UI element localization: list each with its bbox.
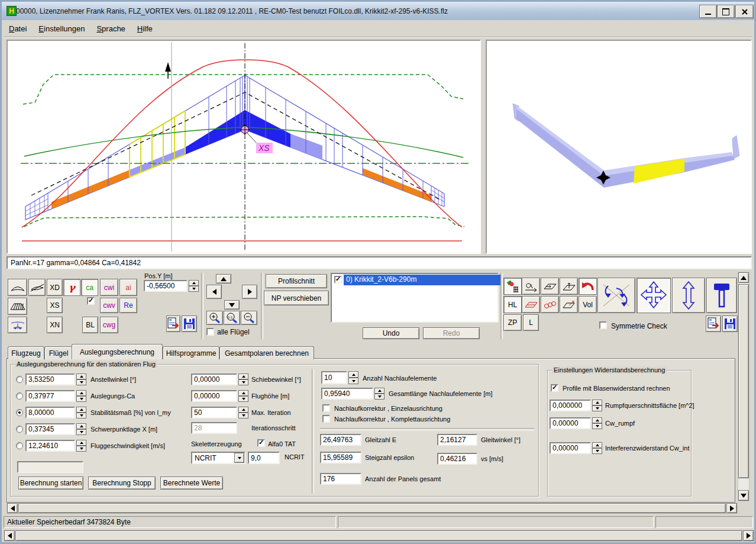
menu-sprache[interactable]: Sprache — [92, 22, 130, 35]
cwg-button[interactable]: cwg — [100, 317, 118, 333]
spring-red-button[interactable] — [541, 296, 559, 313]
tab-hilfsprogramme[interactable]: Hilfsprogramme — [163, 346, 219, 359]
hscroll-left-button[interactable] — [7, 503, 18, 513]
save-button-2[interactable] — [722, 316, 738, 332]
radio-fluggeschwindigkeit[interactable] — [16, 442, 23, 449]
radio-schwerpunktlage[interactable] — [16, 426, 23, 433]
sheet-red-button[interactable] — [522, 296, 540, 313]
auslegungs-ca-input[interactable] — [25, 390, 75, 402]
re-button[interactable]: Re — [119, 298, 137, 313]
paint-grid-button[interactable] — [503, 278, 522, 295]
close-button[interactable] — [735, 5, 754, 18]
ca-button[interactable]: ca — [81, 279, 98, 296]
fluggeschwindigkeit-spinner[interactable] — [76, 440, 86, 452]
nachlauf-anzahl-spinner[interactable] — [348, 371, 358, 384]
tab-gesamtpolaren[interactable]: Gesamtpolaren berechnen — [219, 346, 314, 359]
wing-3d-view-plot[interactable] — [486, 40, 752, 254]
wing-front-view-plot[interactable]: XS — [7, 40, 481, 254]
stabilitaetsmass-input[interactable] — [25, 407, 75, 419]
title-bar[interactable]: H 00000, Lizenznehmer Frank Ranis, FLZ_V… — [2, 2, 754, 20]
maximize-button[interactable] — [717, 5, 735, 18]
blasenwiderstand-checkbox[interactable] — [551, 384, 558, 392]
stabilitaetsmass-spinner[interactable] — [76, 407, 86, 419]
nachlauf-laenge-input[interactable] — [321, 388, 373, 400]
zoom-out-button[interactable] — [241, 311, 257, 325]
vertical-scrollbar[interactable] — [738, 272, 749, 501]
stretch-z-button[interactable] — [672, 278, 705, 313]
airfoil-alpha-button[interactable] — [28, 279, 46, 296]
radio-anstellwinkel[interactable] — [16, 376, 23, 383]
alle-fluegel-checkbox[interactable] — [206, 328, 214, 336]
gleitzahl-value[interactable] — [320, 434, 361, 446]
menu-datei[interactable]: Datei — [4, 22, 31, 35]
redo-button[interactable]: Redo — [423, 327, 480, 339]
glider-front-button[interactable] — [8, 317, 27, 333]
schiebewinkel-input[interactable] — [191, 374, 237, 385]
cw-rumpf-input[interactable] — [550, 417, 591, 429]
gleitwinkel-value[interactable] — [437, 434, 477, 446]
alfa0-tat-checkbox[interactable] — [257, 439, 265, 447]
zoom-in-button[interactable] — [206, 311, 223, 325]
schwerpunktlage-spinner[interactable] — [76, 423, 86, 435]
wing-list-item[interactable]: 0) Krikkit_2-V6b-290m — [344, 275, 500, 285]
anstellwinkel-spinner[interactable] — [76, 374, 86, 385]
wing-3d-canvas[interactable] — [487, 41, 751, 253]
hl-button[interactable]: HL — [503, 296, 522, 313]
vs-value[interactable] — [437, 453, 477, 465]
berechnung-stopp-button[interactable]: Berechnung Stopp — [88, 477, 156, 490]
zoom-100-button[interactable]: 1:1 — [224, 311, 240, 325]
rotate-view-button[interactable] — [597, 278, 635, 313]
nachlauf-anzahl-input[interactable] — [321, 371, 347, 384]
cwi-button[interactable]: cwi — [100, 279, 118, 296]
bottom-scroll-left-button[interactable] — [4, 530, 15, 541]
hscroll-thumb[interactable] — [18, 503, 726, 513]
l-button[interactable]: L — [523, 314, 539, 331]
profilschnitt-button[interactable]: Profilschnitt — [266, 274, 327, 288]
max-iteration-input[interactable] — [191, 407, 237, 419]
wing-listbox[interactable]: 0) Krikkit_2-V6b-290m — [331, 273, 499, 323]
vol-button[interactable]: Vol — [579, 296, 597, 313]
posy-spinner[interactable] — [189, 280, 199, 292]
anstellwinkel-input[interactable] — [25, 374, 75, 385]
radio-stabilitaetsmass[interactable] — [16, 409, 23, 416]
cw-int-input[interactable] — [550, 442, 591, 454]
nachlauf-laenge-spinner[interactable] — [374, 388, 385, 400]
wing-mesh-button[interactable] — [8, 298, 27, 315]
flughoehe-spinner[interactable] — [238, 390, 248, 402]
pan-up-button[interactable] — [216, 274, 231, 284]
berechnete-werte-button[interactable]: Berechnete Werte — [160, 477, 223, 490]
move-view-button[interactable] — [637, 278, 671, 313]
tab-auslegungsberechnung[interactable]: Auslegungsberechnung — [72, 344, 163, 359]
xd-button[interactable]: XD — [47, 279, 63, 296]
vscroll-down-button[interactable] — [738, 490, 749, 501]
berechnung-starten-button[interactable]: Berechnung starten — [18, 477, 83, 490]
pan-right-button[interactable] — [242, 285, 257, 299]
max-iteration-spinner[interactable] — [238, 407, 248, 419]
rumpfflaeche-input[interactable] — [550, 400, 591, 411]
hammer-button[interactable] — [706, 278, 737, 313]
bottom-scroll-right-button[interactable] — [743, 530, 754, 541]
pan-left-button[interactable] — [206, 285, 222, 299]
rumpfflaeche-spinner[interactable] — [592, 400, 602, 411]
nachlaufkorrektur-einzel-checkbox[interactable] — [322, 404, 330, 412]
window-horizontal-scrollbar[interactable] — [4, 530, 754, 542]
cwv-button[interactable]: cwv — [100, 298, 118, 313]
zp-button[interactable]: ZP — [503, 314, 522, 331]
ncrit-value-input[interactable] — [248, 452, 280, 464]
ai-button[interactable]: ai — [119, 279, 137, 296]
schiebewinkel-spinner[interactable] — [238, 374, 248, 385]
posy-input[interactable] — [144, 280, 188, 292]
menu-einstellungen[interactable]: Einstellungen — [34, 22, 89, 35]
ca-checkbox[interactable] — [87, 297, 95, 305]
wing-front-view-canvas[interactable]: XS — [8, 41, 480, 253]
wing-outline-button[interactable] — [8, 279, 27, 296]
tab-fluegel[interactable]: Flügel — [44, 346, 73, 359]
cw-int-spinner[interactable] — [592, 442, 602, 454]
minimize-button[interactable] — [699, 5, 717, 18]
bl-button[interactable]: BL — [82, 317, 98, 333]
content-horizontal-scrollbar[interactable] — [7, 503, 738, 514]
gamma-button[interactable]: γ — [63, 279, 80, 296]
cw-rumpf-spinner[interactable] — [592, 417, 602, 429]
undo-button[interactable]: Undo — [363, 327, 419, 339]
np-verschieben-button[interactable]: NP verschieben — [264, 291, 329, 305]
